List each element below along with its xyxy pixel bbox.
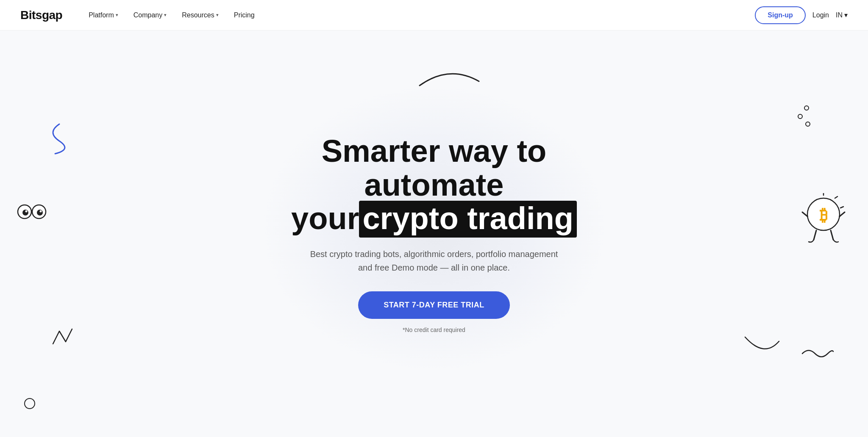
svg-point-4 (25, 210, 28, 213)
navbar: Bitsgap Platform ▾ Company ▾ Resources ▾… (0, 0, 868, 30)
chevron-down-icon: ▾ (116, 12, 118, 18)
signup-button[interactable]: Sign-up (755, 6, 806, 24)
cta-container: START 7-DAY FREE TRIAL (252, 291, 616, 326)
top-curve-decoration (411, 64, 487, 91)
nav-item-company[interactable]: Company ▾ (128, 8, 172, 22)
svg-text:₿: ₿ (820, 206, 828, 224)
svg-point-2 (22, 210, 28, 216)
nav-item-pricing[interactable]: Pricing (228, 8, 261, 22)
squiggle-right-decoration (800, 345, 834, 364)
chevron-down-icon: ▾ (164, 12, 167, 18)
nav-resources-label: Resources (182, 11, 214, 19)
nav-company-label: Company (134, 11, 162, 19)
svg-line-16 (831, 230, 833, 240)
bitcoin-decoration: ₿ (800, 193, 847, 250)
no-credit-card-note: *No credit card required (252, 326, 616, 333)
hero-section: ₿ Smarter way to automate (0, 30, 868, 437)
zigzag-decoration (51, 327, 76, 348)
dots-decoration (792, 104, 813, 131)
chevron-down-icon: ▾ (216, 12, 219, 18)
svg-point-9 (806, 122, 810, 126)
circle-outline-decoration (23, 397, 36, 412)
language-label: IN (836, 11, 843, 19)
svg-point-6 (25, 398, 35, 409)
logo[interactable]: Bitsgap (20, 8, 62, 22)
hero-subtitle: Best crypto trading bots, algorithmic or… (303, 247, 565, 274)
hero-content: Smarter way to automate yourcrypto tradi… (252, 134, 616, 334)
svg-line-14 (840, 207, 843, 208)
nav-item-resources[interactable]: Resources ▾ (176, 8, 224, 22)
eyes-decoration (17, 201, 47, 224)
svg-line-18 (840, 212, 845, 216)
nav-right: Sign-up Login IN ▾ (755, 6, 848, 24)
language-selector[interactable]: IN ▾ (836, 11, 848, 19)
svg-line-15 (814, 230, 816, 240)
trial-button[interactable]: START 7-DAY FREE TRIAL (358, 291, 510, 319)
nav-links: Platform ▾ Company ▾ Resources ▾ Pricing (83, 8, 755, 22)
svg-point-3 (37, 210, 43, 216)
curve-bottom-right-decoration (741, 333, 783, 356)
hero-title-line2-normal: your (291, 201, 359, 236)
svg-point-7 (804, 106, 809, 110)
svg-line-13 (835, 196, 837, 198)
nav-item-platform[interactable]: Platform ▾ (83, 8, 124, 22)
svg-point-5 (40, 210, 42, 213)
hero-title-highlight: crypto trading (359, 201, 576, 238)
hero-title: Smarter way to automate yourcrypto tradi… (252, 134, 616, 236)
chevron-down-icon: ▾ (844, 11, 848, 19)
nav-pricing-label: Pricing (234, 11, 255, 19)
hero-title-line1: Smarter way to automate (322, 133, 547, 202)
svg-line-17 (802, 212, 807, 216)
blue-squiggle-decoration (42, 120, 68, 160)
nav-platform-label: Platform (89, 11, 114, 19)
svg-point-8 (798, 114, 802, 119)
login-button[interactable]: Login (812, 11, 829, 19)
